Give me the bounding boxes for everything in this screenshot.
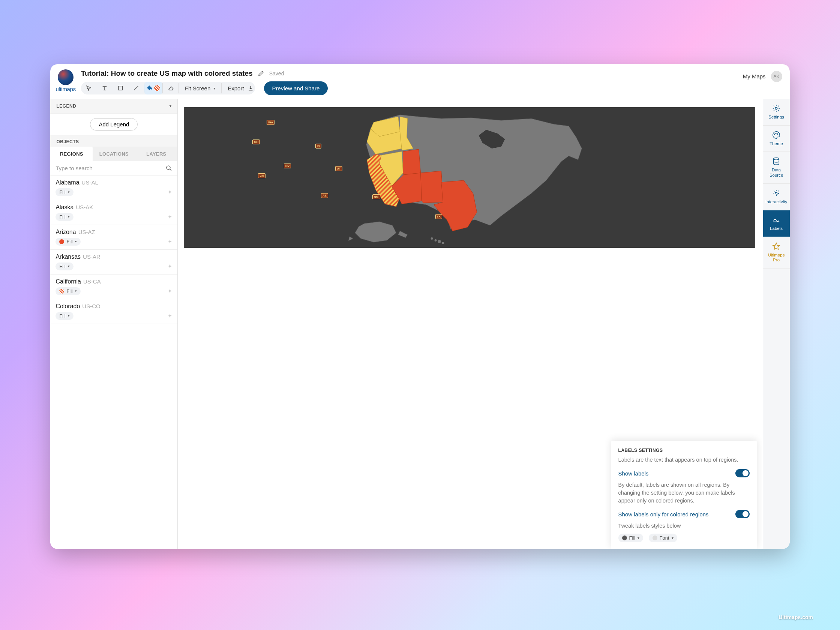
fill-swatch-icon: [622, 535, 627, 540]
fill-style-chip[interactable]: Fill ▾: [618, 534, 644, 542]
rail-data-source[interactable]: Data Source: [763, 152, 790, 184]
rail-interactivity[interactable]: Interactivity: [763, 184, 790, 210]
search-input[interactable]: [55, 165, 162, 171]
export-button[interactable]: Export: [222, 82, 259, 95]
avatar[interactable]: AK: [771, 71, 782, 82]
fill-chip[interactable]: Fill▾: [55, 262, 74, 270]
fill-chip[interactable]: Fill▾: [55, 188, 74, 196]
palette-icon: [772, 131, 780, 139]
label-nm: NM: [373, 194, 380, 199]
cursor-icon: ✦: [167, 313, 172, 319]
legend-header[interactable]: LEGEND ▾: [50, 99, 177, 114]
preview-share-button[interactable]: Preview and Share: [264, 81, 328, 95]
region-item[interactable]: Alabama US-ALFill▾✦: [50, 175, 177, 200]
fill-chip[interactable]: Fill▾: [55, 238, 81, 246]
svg-point-9: [442, 242, 444, 244]
my-maps-link[interactable]: My Maps: [743, 73, 766, 79]
svg-point-13: [777, 134, 778, 134]
label-tx: TX: [435, 214, 442, 219]
chevron-down-icon: ▾: [213, 86, 215, 90]
gear-icon: [772, 104, 780, 112]
erase-tool[interactable]: [163, 82, 178, 95]
fill-swatch-icon: [59, 239, 64, 244]
chevron-down-icon: ▾: [169, 104, 172, 108]
add-legend-button[interactable]: Add Legend: [90, 118, 137, 131]
rail-theme[interactable]: Theme: [763, 126, 790, 152]
objects-header: OBJECTS: [50, 135, 177, 147]
region-name: Alabama: [55, 179, 79, 186]
fill-chip[interactable]: Fill▾: [55, 287, 81, 295]
label-ca: CA: [258, 173, 265, 178]
chevron-down-icon: ▾: [638, 536, 639, 540]
doc-title: Tutorial: How to create US map with colo…: [81, 69, 253, 77]
label-id: ID: [315, 144, 321, 148]
region-name: Alaska: [55, 204, 74, 211]
chevron-down-icon: ▾: [68, 314, 70, 317]
cursor-icon: ✦: [167, 189, 172, 195]
tab-layers[interactable]: LAYERS: [135, 147, 177, 161]
show-colored-toggle[interactable]: [735, 510, 750, 518]
logo[interactable]: ultimaps: [55, 69, 75, 92]
region-name: California: [55, 278, 81, 285]
download-icon: [248, 85, 254, 91]
line-tool[interactable]: [128, 82, 144, 95]
region-item[interactable]: Arizona US-AZFill▾✦: [50, 225, 177, 250]
rail-labels[interactable]: Labels: [763, 210, 790, 237]
label-wa: WA: [267, 120, 275, 125]
search-icon[interactable]: [166, 165, 172, 171]
tab-regions[interactable]: REGIONS: [50, 147, 93, 161]
labels-settings-panel: LABELS SETTINGS Labels are the text that…: [611, 441, 757, 549]
cursor-click-icon: [772, 189, 780, 197]
svg-point-10: [775, 107, 777, 109]
text-tool[interactable]: [97, 82, 112, 95]
panel-subtitle: Labels are the text that appears on top …: [618, 456, 750, 464]
region-item[interactable]: California US-CAFill▾✦: [50, 275, 177, 299]
footer-credit: Ultimaps.com: [778, 614, 813, 620]
region-code: US-AL: [82, 179, 98, 186]
region-name: Arkansas: [55, 254, 81, 260]
svg-point-6: [431, 237, 433, 240]
label-az: AZ: [321, 193, 328, 198]
cursor-icon: ✦: [167, 238, 172, 245]
rail-settings[interactable]: Settings: [763, 99, 790, 126]
globe-icon: [58, 69, 74, 85]
region-code: US-CA: [83, 278, 101, 285]
chevron-down-icon: ▾: [68, 215, 70, 219]
region-code: US-AK: [76, 204, 93, 210]
chevron-down-icon: ▾: [68, 190, 70, 194]
svg-point-11: [774, 134, 775, 135]
rail-pro[interactable]: Ultimaps Pro: [763, 237, 790, 269]
show-labels-toggle[interactable]: [735, 469, 750, 477]
fit-screen-dropdown[interactable]: Fit Screen ▾: [179, 82, 221, 95]
tool-group: Fit Screen ▾ Export: [81, 82, 255, 95]
svg-point-8: [438, 240, 441, 243]
map-canvas[interactable]: WA OR ID NV UT CA AZ NM TX: [184, 107, 755, 248]
region-item[interactable]: Colorado US-COFill▾✦: [50, 299, 177, 324]
labels-icon: [772, 216, 780, 224]
fill-chip[interactable]: Fill▾: [55, 312, 74, 320]
label-nv: NV: [284, 164, 291, 168]
us-alaska: [349, 222, 407, 242]
fill-tool[interactable]: [144, 82, 163, 95]
region-code: US-AZ: [78, 229, 95, 235]
state-ut[interactable]: [403, 149, 421, 175]
rect-tool[interactable]: [112, 82, 128, 95]
region-item[interactable]: Arkansas US-ARFill▾✦: [50, 250, 177, 275]
fill-chip[interactable]: Fill▾: [55, 213, 74, 221]
pencil-icon[interactable]: [258, 71, 264, 76]
region-code: US-CO: [82, 303, 100, 309]
cursor-icon: ✦: [167, 288, 172, 294]
cursor-icon: ✦: [167, 214, 172, 220]
star-icon: [772, 242, 780, 251]
state-nm[interactable]: [421, 171, 443, 203]
font-style-chip[interactable]: Font ▾: [649, 534, 677, 542]
svg-rect-0: [118, 86, 123, 90]
region-item[interactable]: Alaska US-AKFill▾✦: [50, 200, 177, 225]
pattern-icon: [154, 85, 160, 91]
region-name: Colorado: [55, 303, 80, 310]
chevron-down-icon: ▾: [68, 264, 70, 268]
cursor-tool[interactable]: [81, 82, 97, 95]
tab-locations[interactable]: LOCATIONS: [93, 147, 135, 161]
show-colored-label: Show labels only for colored regions: [618, 511, 709, 518]
panel-desc: By default, labels are shown on all regi…: [618, 481, 750, 505]
